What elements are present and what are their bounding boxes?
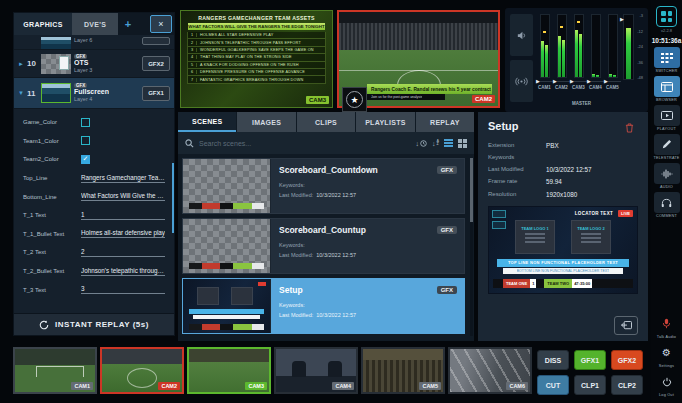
team1-color-checkbox[interactable] xyxy=(81,136,90,145)
caret-right-icon[interactable]: ► xyxy=(18,61,24,67)
layer-row-11-selected[interactable]: ▼ 11 GFX Fullscreen Layer 4 GFX1 xyxy=(14,78,174,109)
template-fields-form: Game_Color Team1_Color Team2_Color✓ Top_… xyxy=(14,109,174,299)
field-label: Team1_Color xyxy=(23,138,81,144)
sort-alpha-button[interactable]: ↓AZ xyxy=(432,140,439,147)
grid-view-button[interactable] xyxy=(458,139,467,148)
clip2-button[interactable]: CLP2 xyxy=(611,375,643,395)
tab-clips[interactable]: CLIPS xyxy=(297,112,355,132)
tab-graphics[interactable]: GRAPHICS xyxy=(14,13,72,35)
channel-cam1: ▶ CAM1 xyxy=(536,14,553,110)
program-monitor[interactable]: Rangers Coach E. Randal renews his 5 yea… xyxy=(337,10,500,108)
clip1-button[interactable]: CLP1 xyxy=(574,375,606,395)
crowd-band xyxy=(339,23,498,49)
tab-playlists[interactable]: PLAYLISTS xyxy=(356,112,414,132)
switcher-icon xyxy=(661,53,673,63)
t2-bullet-input[interactable]: Johnson's telepathic through pass i... xyxy=(81,267,165,276)
tab-replay[interactable]: REPLAY xyxy=(416,112,474,132)
playout-icon xyxy=(661,111,673,121)
layer-row-10[interactable]: ► 10 GFX OTS Layer 3 GFX2 xyxy=(14,50,174,78)
game-color-checkbox[interactable] xyxy=(81,118,90,127)
scene-item-setup-selected[interactable]: Setup Keywords: Last Modified:10/3/2022 … xyxy=(182,278,465,334)
add-layer-button[interactable]: + xyxy=(118,13,138,35)
rail-item-comment[interactable]: COMMENT xyxy=(653,192,681,218)
sort-by-date-button[interactable]: ↓ xyxy=(415,140,427,147)
gfx-row: DEFENSIVE PRESSURE ON THE OFFENSE ADVANC… xyxy=(197,70,325,74)
team-badge-logo: ★ xyxy=(342,87,367,112)
layer-gfx-button[interactable] xyxy=(142,37,170,45)
layer-gfx1-button[interactable]: GFX1 xyxy=(142,86,170,101)
cam1-thumbnail[interactable]: CAM1 xyxy=(13,347,97,394)
gfx-badge: GFX xyxy=(437,286,457,294)
settings-button[interactable]: ⚙ Settings xyxy=(653,342,681,368)
level-meter xyxy=(540,14,550,78)
monitor-mute-button[interactable] xyxy=(510,14,533,56)
gfx-badge: GFX xyxy=(437,226,457,234)
tab-scenes[interactable]: SCENES xyxy=(178,112,236,132)
cut-button[interactable]: CUT xyxy=(537,375,569,395)
t3-text-input[interactable]: 3 xyxy=(81,285,165,294)
media-browser-panel: SCENES IMAGES CLIPS PLAYLISTS REPLAY ↓ ↓… xyxy=(178,112,474,341)
scene-thumbnail xyxy=(183,159,271,213)
cam3-thumbnail[interactable]: CAM3 xyxy=(187,347,271,394)
search-input[interactable] xyxy=(199,140,410,147)
gfx2-button[interactable]: GFX2 xyxy=(611,350,643,370)
on-air-button[interactable] xyxy=(510,60,533,102)
master-fader-handle[interactable]: ▶ xyxy=(620,17,624,22)
team2-color-checkbox[interactable]: ✓ xyxy=(81,155,90,164)
framerate-value: 59.94 xyxy=(546,178,562,185)
cam-label-badge: CAM2 xyxy=(158,382,180,390)
scene-item-countdown[interactable]: Scoreboard_Countdown Keywords: Last Modi… xyxy=(182,158,465,214)
close-panel-button[interactable]: × xyxy=(150,15,172,33)
tab-dves[interactable]: DVE'S xyxy=(72,13,118,35)
scene-thumbnail xyxy=(183,219,271,273)
cam5-thumbnail[interactable]: CAM5 xyxy=(361,347,445,394)
app-version: v2.2.8 xyxy=(661,28,672,33)
layer-sublabel: Layer 6 xyxy=(74,37,92,43)
logout-button[interactable]: Log Out xyxy=(653,371,681,397)
t1-text-input[interactable]: 1 xyxy=(81,211,165,220)
scene-title: Setup xyxy=(279,285,456,295)
layer-thumbnail xyxy=(41,83,71,103)
lower-third-title: Rangers Coach E. Randal renews his 5 yea… xyxy=(371,87,491,92)
star-icon: ★ xyxy=(350,95,358,105)
scene-item-countup[interactable]: Scoreboard_Countup Keywords: Last Modifi… xyxy=(182,218,465,274)
cam-label-badge: CAM1 xyxy=(71,382,93,390)
rail-item-playout[interactable]: PLAYOUT xyxy=(653,105,681,131)
layer-gfx2-button[interactable]: GFX2 xyxy=(142,56,170,71)
tab-images[interactable]: IMAGES xyxy=(237,112,295,132)
bottom-line-input[interactable]: What Factors Will Give the Rangers... xyxy=(81,192,165,201)
timecode: 10:51:36a xyxy=(652,37,682,44)
cam6-thumbnail[interactable]: CAM6 xyxy=(448,347,532,394)
t2-text-input[interactable]: 2 xyxy=(81,248,165,257)
cam2-thumbnail[interactable]: CAM2 xyxy=(100,347,184,394)
caret-down-icon[interactable]: ▼ xyxy=(18,90,24,96)
channel-cam3: ▶ CAM3 xyxy=(570,14,587,110)
list-scrollbar[interactable] xyxy=(470,158,473,336)
gfx1-button[interactable]: GFX1 xyxy=(574,350,606,370)
browser-icon xyxy=(661,82,673,92)
dissolve-button[interactable]: DISS xyxy=(537,350,569,370)
top-line-input[interactable]: Rangers Gamechanger Team Assets xyxy=(81,174,165,183)
rail-item-browser[interactable]: BROWSER xyxy=(653,76,681,102)
open-in-editor-button[interactable] xyxy=(614,316,638,335)
close-icon: × xyxy=(158,19,163,29)
rail-item-audio[interactable]: AUDIO xyxy=(653,163,681,189)
rail-item-telestrate[interactable]: TELESTRATE xyxy=(653,134,681,160)
t1-bullet-input[interactable]: Holmes all-star defensive play xyxy=(81,229,165,238)
talk-audio-button[interactable]: Talk Audio xyxy=(653,313,681,339)
layer-name: OTS xyxy=(74,59,92,67)
instant-replay-button[interactable]: INSTANT REPLAY (5s) xyxy=(14,313,174,335)
broadcast-icon xyxy=(515,76,528,87)
field-label: Game_Color xyxy=(23,119,81,125)
list-view-button[interactable] xyxy=(444,139,453,147)
delete-scene-button[interactable] xyxy=(620,120,638,136)
master-label: MASTER xyxy=(572,101,591,106)
cam4-thumbnail[interactable]: CAM4 xyxy=(274,347,358,394)
preview-monitor-gfx[interactable]: RANGERS GAMECHANGER TEAM ASSETS WHAT FAC… xyxy=(180,10,333,108)
resolution-value: 1920x1080 xyxy=(546,191,577,198)
rail-item-switcher[interactable]: SWITCHER xyxy=(653,47,681,73)
layer-row-cropped[interactable]: Layer 6 xyxy=(14,35,174,50)
panel-scrollbar[interactable] xyxy=(172,163,174,233)
pen-icon xyxy=(661,139,672,150)
clock-icon xyxy=(420,140,427,147)
